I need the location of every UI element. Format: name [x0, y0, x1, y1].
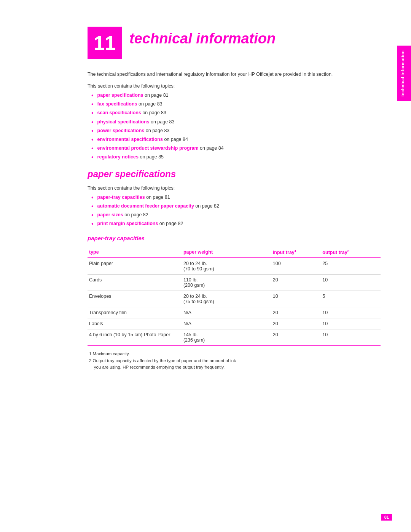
chapter-header: 11 technical information [88, 23, 381, 59]
link-paper-specs[interactable]: paper specifications [97, 92, 143, 99]
list-item: scan specifications on page 83 [91, 109, 381, 117]
link-adf-capacity[interactable]: automatic document feeder paper capacity [97, 203, 194, 210]
cell-weight: 145 lb.(236 gsm) [182, 329, 271, 346]
paper-tray-table: type paper weight input tray1 output tra… [88, 247, 381, 346]
footnote-1: 1 Maximum capacity. [89, 351, 381, 357]
table-row: 4 by 6 inch (10 by 15 cm) Photo Paper 14… [88, 329, 381, 346]
list-item: paper-tray capacities on page 81 [91, 194, 381, 201]
table-header-row: type paper weight input tray1 output tra… [88, 247, 381, 258]
list-item: environmental specifications on page 84 [91, 136, 381, 143]
cell-type: Labels [88, 318, 182, 329]
col-weight: paper weight [182, 247, 271, 258]
cell-input: 20 [271, 329, 321, 346]
list-item: automatic document feeder paper capacity… [91, 203, 381, 210]
side-tab: technical information [397, 46, 411, 101]
cell-output: 10 [321, 329, 381, 346]
link-env-specs[interactable]: environmental specifications [97, 136, 163, 143]
cell-weight: 20 to 24 lb.(75 to 90 gsm) [182, 291, 271, 307]
main-topics-list: paper specifications on page 81 fax spec… [91, 92, 381, 161]
page-number: 81 [381, 514, 392, 521]
link-print-margins[interactable]: print margin specifications [97, 220, 158, 227]
list-item: fax specifications on page 83 [91, 101, 381, 108]
col-output: output tray2 [321, 247, 381, 258]
cell-type: Cards [88, 275, 182, 291]
cell-weight: N/A [182, 307, 271, 318]
cell-weight: 20 to 24 lb.(70 to 90 gsm) [182, 258, 271, 275]
cell-input: 20 [271, 318, 321, 329]
main-content: 11 technical information The technical s… [88, 23, 381, 371]
table-row: Labels N/A 20 10 [88, 318, 381, 329]
list-item: environmental product stewardship progra… [91, 145, 381, 152]
cell-output: 10 [321, 275, 381, 291]
col-input: input tray1 [271, 247, 321, 258]
cell-type: Transparency film [88, 307, 182, 318]
list-item: physical specifications on page 83 [91, 118, 381, 126]
cell-input: 100 [271, 258, 321, 275]
table-row: Envelopes 20 to 24 lb.(75 to 90 gsm) 10 … [88, 291, 381, 307]
side-tab-text: technical information [400, 50, 405, 97]
link-power-specs[interactable]: power specifications [97, 127, 145, 134]
cell-input: 20 [271, 307, 321, 318]
chapter-number: 11 [88, 27, 122, 59]
page-container: technical information 11 technical infor… [0, 0, 411, 532]
cell-input: 20 [271, 275, 321, 291]
table-row: Transparency film N/A 20 10 [88, 307, 381, 318]
intro-paragraph: The technical specifications and interna… [88, 70, 381, 78]
cell-weight: N/A [182, 318, 271, 329]
link-paper-sizes[interactable]: paper sizes [97, 211, 123, 219]
paper-topics-list: paper-tray capacities on page 81 automat… [91, 194, 381, 228]
list-item: print margin specifications on page 82 [91, 220, 381, 227]
cell-type: 4 by 6 inch (10 by 15 cm) Photo Paper [88, 329, 182, 346]
chapter-title: technical information [129, 23, 276, 47]
list-item: paper sizes on page 82 [91, 211, 381, 219]
cell-output: 10 [321, 307, 381, 318]
link-scan-specs[interactable]: scan specifications [97, 109, 141, 117]
table-row: Plain paper 20 to 24 lb.(70 to 90 gsm) 1… [88, 258, 381, 275]
cell-output: 25 [321, 258, 381, 275]
paper-specs-heading: paper specifications [88, 169, 381, 179]
link-env-stewardship[interactable]: environmental product stewardship progra… [97, 145, 199, 152]
subsection-heading: paper-tray capacities [88, 235, 381, 241]
table-row: Cards 110 lb.(200 gsm) 20 10 [88, 275, 381, 291]
footnote-2: 2 Output tray capacity is affected by th… [89, 358, 381, 371]
col-type: type [88, 247, 182, 258]
list-item: paper specifications on page 81 [91, 92, 381, 99]
cell-output: 5 [321, 291, 381, 307]
paper-topics-intro: This section contains the following topi… [88, 185, 381, 191]
link-physical-specs[interactable]: physical specifications [97, 118, 150, 126]
cell-type: Plain paper [88, 258, 182, 275]
footnotes: 1 Maximum capacity. 2 Output tray capaci… [89, 351, 381, 371]
link-tray-capacities[interactable]: paper-tray capacities [97, 194, 145, 201]
cell-input: 10 [271, 291, 321, 307]
link-fax-specs[interactable]: fax specifications [97, 101, 137, 108]
cell-weight: 110 lb.(200 gsm) [182, 275, 271, 291]
list-item: regulatory notices on page 85 [91, 153, 381, 161]
list-item: power specifications on page 83 [91, 127, 381, 134]
cell-output: 10 [321, 318, 381, 329]
topics-intro: This section contains the following topi… [88, 83, 381, 89]
cell-type: Envelopes [88, 291, 182, 307]
link-regulatory[interactable]: regulatory notices [97, 153, 139, 161]
